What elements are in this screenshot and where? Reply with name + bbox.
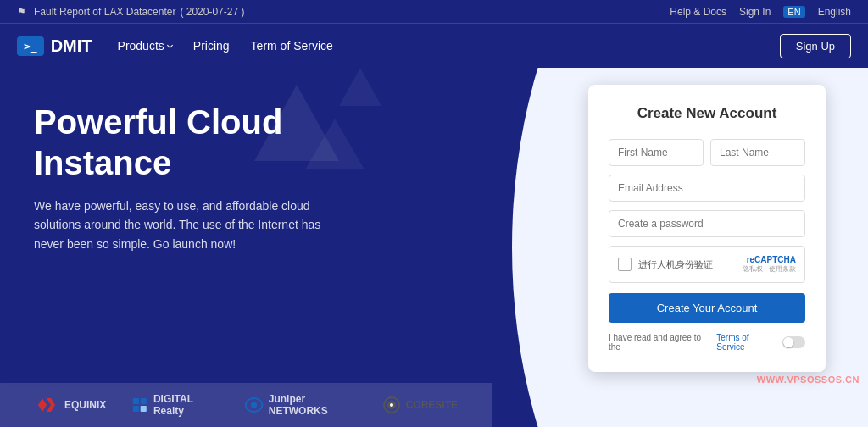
svg-point-5 bbox=[251, 402, 257, 408]
juniper-icon bbox=[244, 396, 264, 414]
signin-link[interactable]: Sign In bbox=[739, 6, 771, 18]
lang-label: English bbox=[818, 6, 851, 18]
announcement-left: ⚑ Fault Report of LAX Datacenter ( 2020-… bbox=[17, 6, 244, 18]
terms-of-service-link[interactable]: Terms of Service bbox=[716, 333, 777, 352]
captcha-right: reCAPTCHA 隐私权 · 使用条款 bbox=[743, 255, 796, 274]
signup-button[interactable]: Sign Up bbox=[780, 34, 851, 58]
captcha-left: 进行人机身份验证 bbox=[618, 258, 713, 271]
password-row bbox=[609, 210, 805, 237]
header-right: Sign Up bbox=[780, 34, 851, 58]
digital-realty-icon bbox=[131, 396, 148, 414]
email-row bbox=[609, 175, 805, 202]
svg-point-8 bbox=[390, 403, 393, 407]
registration-form: Create New Account 进行人机身份验证 reCAPTCHA 隐私… bbox=[588, 85, 826, 372]
announcement-text: Fault Report of LAX Datacenter bbox=[34, 6, 175, 18]
logo-icon: >_ bbox=[17, 36, 44, 56]
partner-juniper: Juniper NETWORKS bbox=[244, 393, 357, 417]
nav-products[interactable]: Products bbox=[118, 39, 172, 53]
svg-rect-2 bbox=[133, 406, 139, 412]
captcha-checkbox[interactable] bbox=[618, 258, 632, 271]
svg-rect-1 bbox=[141, 398, 147, 404]
announcement-right: Help & Docs Sign In EN English bbox=[670, 6, 851, 18]
partner-coresite: CORESITE bbox=[382, 396, 458, 414]
terms-row: I have read and agree to the Terms of Se… bbox=[609, 333, 805, 352]
captcha-box[interactable]: 进行人机身份验证 reCAPTCHA 隐私权 · 使用条款 bbox=[609, 246, 805, 283]
hero-title: Powerful Cloud Instance bbox=[34, 102, 407, 183]
header: >_ DMIT Products Pricing Term of Service… bbox=[0, 24, 868, 68]
chevron-down-icon bbox=[167, 42, 173, 47]
hero-description: We have powerful, easy to use, and affor… bbox=[34, 197, 339, 253]
password-input[interactable] bbox=[609, 210, 805, 237]
logo-text: DMIT bbox=[51, 36, 92, 56]
hero-content: Powerful Cloud Instance We have powerful… bbox=[0, 68, 441, 427]
help-docs-link[interactable]: Help & Docs bbox=[670, 6, 726, 18]
nav-pricing[interactable]: Pricing bbox=[193, 39, 230, 53]
announcement-date: ( 2020-07-27 ) bbox=[180, 6, 244, 18]
recaptcha-brand: reCAPTCHA bbox=[743, 255, 796, 264]
fault-icon: ⚑ bbox=[17, 6, 26, 18]
partners-bar: EQUINIX DIGITAL Realty Juniper NETWORKS bbox=[0, 383, 492, 427]
svg-rect-0 bbox=[133, 398, 139, 404]
captcha-text: 进行人机身份验证 bbox=[638, 258, 713, 271]
last-name-input[interactable] bbox=[710, 139, 805, 166]
captcha-privacy: 隐私权 · 使用条款 bbox=[743, 264, 796, 274]
coresite-icon bbox=[382, 396, 401, 414]
email-input[interactable] bbox=[609, 175, 805, 202]
hero-section: Powerful Cloud Instance We have powerful… bbox=[0, 68, 868, 427]
partner-equinix: EQUINIX bbox=[34, 395, 106, 415]
terms-text: I have read and agree to the bbox=[609, 333, 712, 352]
lang-badge: EN bbox=[783, 6, 804, 18]
nav-terms[interactable]: Term of Service bbox=[251, 39, 333, 53]
svg-rect-3 bbox=[141, 406, 147, 412]
create-account-button[interactable]: Create Your Account bbox=[609, 293, 805, 323]
first-name-input[interactable] bbox=[609, 139, 704, 166]
name-row bbox=[609, 139, 805, 166]
terms-toggle[interactable] bbox=[782, 336, 805, 348]
logo: >_ DMIT bbox=[17, 36, 92, 56]
form-title: Create New Account bbox=[609, 105, 805, 122]
partner-digital-realty: DIGITAL Realty bbox=[131, 393, 218, 417]
watermark: WWW.VPSOSSOS.CN bbox=[757, 374, 860, 385]
equinix-icon bbox=[34, 395, 59, 415]
main-nav: Products Pricing Term of Service bbox=[118, 39, 333, 53]
announcement-bar: ⚑ Fault Report of LAX Datacenter ( 2020-… bbox=[0, 0, 868, 24]
